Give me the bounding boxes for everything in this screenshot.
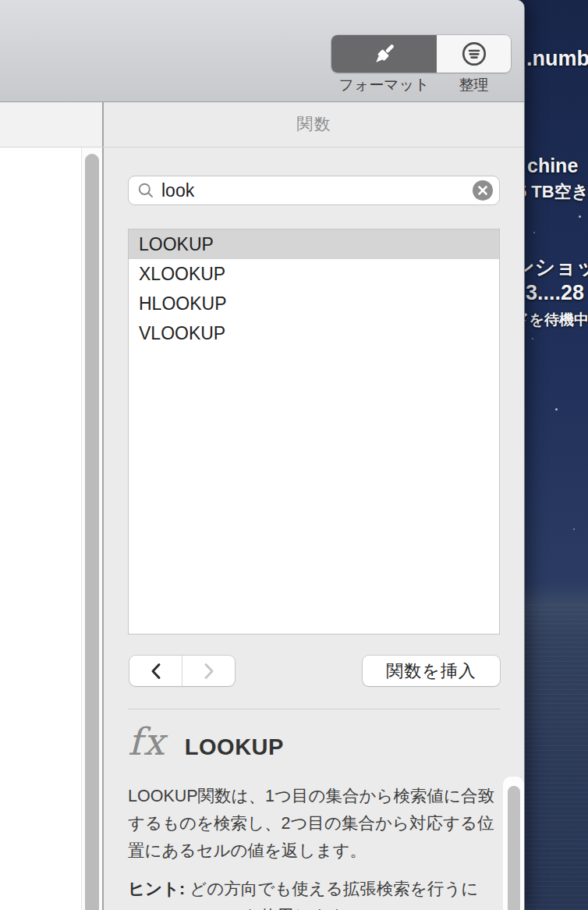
back-button[interactable] (129, 656, 182, 686)
star (532, 338, 533, 339)
desktop-free-space-label: 5 TB空き (517, 180, 588, 204)
function-detail-title: LOOKUP (185, 734, 284, 760)
function-hint: ヒント: どの方向でも使える拡張検索を行うには、XLOOKUPを使用します。 (128, 876, 501, 910)
insert-function-button[interactable]: 関数を挿入 (363, 656, 500, 686)
format-button-label: フォーマット (331, 76, 437, 94)
star (555, 408, 558, 411)
star (533, 232, 535, 233)
panel-title: 関数 (104, 102, 524, 147)
xlookup-link[interactable]: XLOOKUP (162, 907, 243, 910)
document-scrollbar-thumb[interactable] (85, 154, 99, 910)
toolbar: フォーマット 整理 (0, 0, 524, 102)
hint-label: ヒント: (128, 880, 185, 898)
section-divider (128, 709, 500, 709)
fx-icon: fx (128, 720, 166, 763)
chevron-left-icon (150, 663, 162, 680)
clear-search-icon[interactable] (473, 180, 493, 201)
desktop-time-machine-label: chine (527, 155, 578, 177)
search-input[interactable] (161, 180, 473, 201)
desktop-file-label-screenshot-line1[interactable]: ンショッ (514, 254, 588, 281)
hint-text-after-link: を使用します。 (243, 907, 362, 910)
organize-button-label: 整理 (437, 76, 511, 94)
paintbrush-icon (369, 38, 400, 69)
function-search-field (128, 176, 500, 205)
desktop-upload-status-label: ドを待機中 (514, 310, 588, 330)
document-area (0, 148, 102, 910)
content-row: LOOKUP XLOOKUP HLOOKUP VLOOKUP (0, 148, 524, 910)
sheet-header-spacer (0, 102, 102, 147)
function-results-list: LOOKUP XLOOKUP HLOOKUP VLOOKUP (128, 229, 500, 635)
search-icon (137, 182, 154, 199)
organize-button[interactable] (437, 35, 511, 73)
organize-icon (459, 38, 490, 69)
function-description-text: LOOKUP関数は、1つ目の集合から検索値に合致するものを検索し、2つ目の集合か… (128, 783, 501, 865)
inspector-segmented-control (331, 35, 511, 73)
function-list-item[interactable]: XLOOKUP (129, 259, 499, 289)
format-button[interactable] (331, 35, 437, 73)
numbers-window: フォーマット 整理 関数 (0, 0, 525, 910)
star (573, 528, 575, 530)
function-list-item[interactable]: LOOKUP (129, 229, 499, 259)
document-scrollbar-track (81, 148, 102, 910)
function-list-item[interactable]: HLOOKUP (129, 289, 499, 318)
history-nav-control (129, 656, 235, 686)
function-panel: LOOKUP XLOOKUP HLOOKUP VLOOKUP (104, 148, 524, 910)
function-detail-header: fx LOOKUP (128, 720, 284, 763)
chevron-right-icon (203, 663, 215, 680)
star (579, 215, 581, 218)
panel-header-row: 関数 (0, 102, 524, 148)
forward-button[interactable] (182, 656, 235, 686)
desktop-file-label-numbers[interactable]: .numb (526, 47, 588, 71)
function-list-item[interactable]: VLOOKUP (129, 318, 499, 348)
desktop-file-label-screenshot-line2[interactable]: 3....28 (526, 281, 584, 305)
function-description: LOOKUP関数は、1つ目の集合から検索値に合致するものを検索し、2つ目の集合か… (128, 783, 501, 910)
panel-scrollbar-thumb[interactable] (508, 786, 520, 910)
